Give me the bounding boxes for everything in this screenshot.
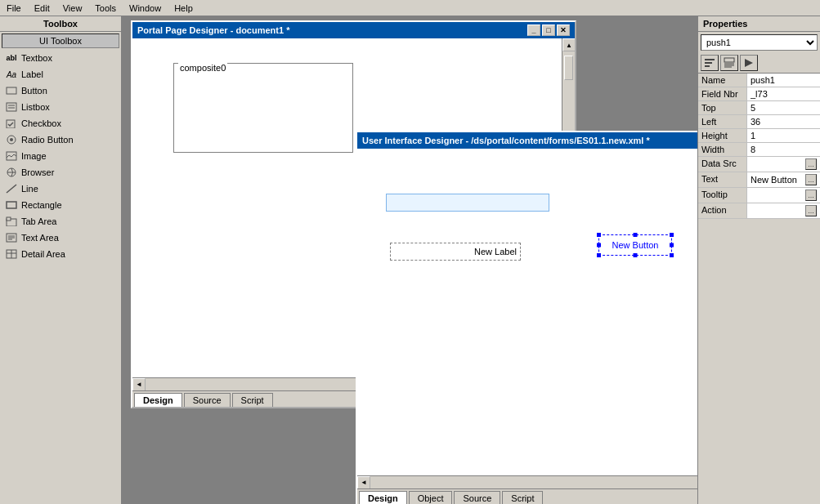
prop-row-width: Width 8 [698,143,820,157]
prop-category-btn[interactable] [720,55,738,71]
prop-value-width[interactable]: 8 [747,143,820,156]
prop-action-btn[interactable]: … [805,205,817,216]
textarea-icon [5,231,18,244]
toolbox-item-textbox[interactable]: abl Textbox [0,50,121,66]
toolbox-label-tabarea: Tab Area [21,216,56,226]
uid-tab-design[interactable]: Design [359,491,407,504]
portal-tab-source[interactable]: Source [184,393,231,407]
toolbox-item-tabarea[interactable]: Tab Area [0,213,121,230]
browser-icon [5,166,18,179]
toolbox-item-checkbox[interactable]: Checkbox [0,115,121,132]
portal-maximize-btn[interactable]: □ [542,25,555,36]
design-input-field[interactable] [386,194,549,212]
prop-value-fieldnbr[interactable]: _l73 [747,87,820,100]
toolbox-item-image[interactable]: Image [0,148,121,164]
toolbox-item-detailarea[interactable]: Detail Area [0,246,121,262]
tabarea-icon [5,215,18,228]
toolbox-title: Toolbox [0,16,121,32]
portal-scroll-up[interactable]: ▲ [562,38,575,51]
prop-row-top: Top 5 [698,101,820,115]
handle-mr[interactable] [670,243,674,248]
toolbox-item-listbox[interactable]: Listbox [0,99,121,115]
handle-bc[interactable] [634,253,638,257]
prop-label-width: Width [698,143,747,156]
uid-titlebar[interactable]: User Interface Designer - /ds/portal/con… [357,132,697,149]
svg-rect-1 [7,103,16,111]
uid-tab-object[interactable]: Object [409,491,453,504]
image-icon [5,149,18,163]
portal-minimize-btn[interactable]: _ [527,25,540,36]
svg-line-10 [7,185,16,193]
portal-tab-design[interactable]: Design [134,393,182,407]
portal-scroll-left[interactable]: ◄ [132,378,146,391]
line-icon [5,182,18,195]
handle-tl[interactable] [597,233,601,237]
toolbox-item-textarea[interactable]: Text Area [0,230,121,246]
prop-label-tooltip: Tooltip [698,188,747,203]
design-button-text: New Button [612,240,659,250]
toolbox-item-line[interactable]: Line [0,181,121,197]
prop-value-height[interactable]: 1 [747,129,820,142]
prop-event-btn[interactable] [740,55,758,71]
toolbox-item-button[interactable]: Button [0,83,121,99]
svg-rect-21 [705,59,715,60]
handle-ml[interactable] [597,243,601,248]
prop-value-left[interactable]: 36 [747,115,820,128]
main-layout: Toolbox UI Toolbox abl Textbox Aa Label … [0,16,820,504]
prop-value-text[interactable]: New Button … [747,172,820,187]
prop-label-fieldnbr: Field Nbr [698,87,747,100]
prop-label-name: Name [698,74,747,87]
toolbox-item-browser[interactable]: Browser [0,164,121,181]
menu-help[interactable]: Help [168,2,199,15]
radio-icon [5,133,18,146]
prop-label-left: Left [698,115,747,128]
uid-scrollbar-h[interactable]: ◄ ► [357,475,697,488]
handle-tc[interactable] [634,233,638,237]
portal-scroll-thumb[interactable] [564,56,573,80]
prop-sort-btn[interactable] [701,55,719,71]
properties-table: Name push1 Field Nbr _l73 Top 5 [698,74,820,504]
prop-value-action[interactable]: … [747,203,820,218]
menu-file[interactable]: File [0,2,28,15]
toolbox-item-rectangle[interactable]: Rectangle [0,197,121,213]
handle-tr[interactable] [670,233,674,237]
svg-rect-22 [705,62,712,64]
checkbox-icon [5,117,18,130]
toolbox-label-radio: Radio Button [21,135,74,145]
prop-value-name-text: push1 [751,75,817,85]
portal-title: Portal Page Designer - document1 * [137,25,289,35]
menu-window[interactable]: Window [123,2,168,15]
menu-edit[interactable]: Edit [28,2,56,15]
prop-value-tooltip[interactable]: … [747,188,820,203]
prop-value-top[interactable]: 5 [747,101,820,114]
composite-label: composite0 [178,63,227,73]
uid-tab-source[interactable]: Source [454,491,500,504]
prop-text-btn[interactable]: … [805,174,817,185]
design-button[interactable]: New Button [598,234,672,256]
prop-row-name: Name push1 [698,74,820,87]
design-label[interactable]: New Label [390,243,521,261]
prop-value-name[interactable]: push1 [747,74,820,87]
menu-view[interactable]: View [56,2,89,15]
properties-object-select[interactable]: push1 [701,34,818,51]
prop-datasrc-btn[interactable]: … [805,158,817,170]
prop-label-action: Action [698,203,747,218]
toolbox-item-label[interactable]: Aa Label [0,66,121,83]
portal-tab-script[interactable]: Script [232,393,273,407]
handle-br[interactable] [670,253,674,257]
toolbox-item-radio[interactable]: Radio Button [0,132,121,148]
uid-tab-script[interactable]: Script [502,491,543,504]
svg-rect-0 [7,87,16,94]
properties-title: Properties [698,16,820,32]
uid-scroll-left[interactable]: ◄ [357,476,370,489]
properties-toolbar [698,53,820,74]
prop-label-text: Text [698,172,747,187]
portal-titlebar[interactable]: Portal Page Designer - document1 * _ □ ✕ [132,22,575,38]
prop-value-datasrc[interactable]: … [747,157,820,172]
portal-close-btn[interactable]: ✕ [557,25,570,36]
toolbox-label-detailarea: Detail Area [21,249,65,259]
handle-bl[interactable] [597,253,601,257]
prop-tooltip-btn[interactable]: … [805,190,817,201]
prop-value-top-text: 5 [751,103,817,113]
menu-tools[interactable]: Tools [88,2,123,15]
